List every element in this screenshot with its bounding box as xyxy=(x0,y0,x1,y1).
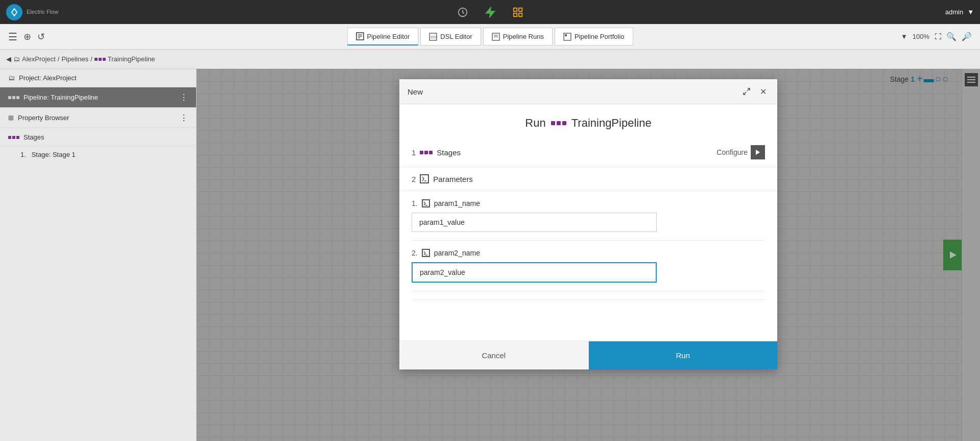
svg-point-0 xyxy=(8,6,21,18)
breadcrumb-sep2: / xyxy=(90,55,92,63)
modal-section-parameters: 2 Parameters xyxy=(399,167,777,191)
tab-pipeline-runs-label: Pipeline Runs xyxy=(503,33,544,40)
tab-pipeline-editor-label: Pipeline Editor xyxy=(367,33,410,40)
toolbar-left-buttons: ☰ ⊕ ↺ xyxy=(8,31,45,43)
sidebar-pipeline-menu-icon[interactable]: ⋮ xyxy=(180,92,188,102)
breadcrumb-training-pipeline[interactable]: TrainingPipeline xyxy=(108,55,155,63)
configure-button[interactable]: Configure xyxy=(716,145,765,159)
zoom-level: 100% xyxy=(913,33,929,40)
refresh-icon-button[interactable]: ↺ xyxy=(37,31,45,42)
breadcrumb-pipelines[interactable]: Pipelines xyxy=(61,55,88,63)
sidebar-property-browser-menu-icon[interactable]: ⋮ xyxy=(180,113,188,123)
params-bottom-divider xyxy=(412,299,765,341)
app-name: Electric Flow xyxy=(27,9,58,15)
param2-icon xyxy=(422,249,430,257)
tab-pipeline-editor[interactable]: Pipeline Editor xyxy=(347,28,419,45)
parameters-list: 1. param1_name 2. xyxy=(399,191,777,341)
zoom-out-button[interactable]: 🔎 xyxy=(962,32,972,41)
modal-footer: Cancel Run xyxy=(399,341,777,369)
stage1-label: Stage: Stage 1 xyxy=(32,151,76,158)
parameters-section-icon xyxy=(420,174,429,183)
param2-value-input[interactable] xyxy=(412,262,657,283)
modal-header-buttons: ✕ xyxy=(740,85,769,98)
modal-pipeline-name: TrainingPipeline xyxy=(571,117,652,130)
stages-section-text: Stages xyxy=(437,148,461,157)
svg-rect-17 xyxy=(565,34,567,36)
breadcrumb: ◀ 🗂 AlexProject / Pipelines / TrainingPi… xyxy=(0,50,980,69)
user-chevron-icon: ▼ xyxy=(967,8,974,16)
app-logo[interactable]: Electric Flow xyxy=(6,4,58,20)
modal-pipeline-icon xyxy=(551,121,566,125)
toolbar-tabs: Pipeline Editor DSL DSL Editor Pipeline … xyxy=(347,28,633,45)
sidebar-stages-label: Stages xyxy=(23,133,44,141)
lightning-icon-button[interactable] xyxy=(482,4,499,21)
breadcrumb-pipeline-icon xyxy=(94,58,106,61)
modal-expand-button[interactable] xyxy=(740,85,753,98)
breadcrumb-sep1: / xyxy=(58,55,60,63)
sidebar-item-property-browser[interactable]: ⊞ Property Browser ⋮ xyxy=(0,108,196,128)
sidebar-pipeline-label: Pipeline: TrainingPipeline xyxy=(23,94,98,101)
sidebar-project-label: Project: AlexProject xyxy=(19,74,77,82)
svg-rect-3 xyxy=(513,8,516,11)
main-toolbar: ☰ ⊕ ↺ Pipeline Editor DSL DSL Editor Pip… xyxy=(0,24,980,50)
parameters-section-label: 2 Parameters xyxy=(412,174,473,183)
briefcase-icon: 🗂 xyxy=(8,74,15,82)
sidebar-stage1[interactable]: 1. Stage: Stage 1 xyxy=(0,147,196,163)
param-row-1: 1. param1_name xyxy=(412,191,765,241)
stages-section-label: 1 Stages xyxy=(412,148,461,157)
stage1-num: 1. xyxy=(20,151,26,158)
svg-marker-24 xyxy=(756,150,760,155)
run-button[interactable]: Run xyxy=(589,341,778,369)
param-row-2: 2. param2_name xyxy=(412,241,765,291)
main-content-area: 🗂 Project: AlexProject Pipeline: Trainin… xyxy=(0,69,980,441)
param1-icon xyxy=(422,199,430,207)
zoom-dropdown[interactable]: ▼ xyxy=(901,33,907,40)
breadcrumb-project[interactable]: AlexProject xyxy=(22,55,56,63)
tab-pipeline-runs[interactable]: Pipeline Runs xyxy=(483,28,553,45)
pipeline-canvas: Stage 1 +▬○○ New xyxy=(197,69,980,441)
user-name: admin xyxy=(945,8,963,16)
sidebar-item-project[interactable]: 🗂 Project: AlexProject xyxy=(0,69,196,87)
sidebar-property-browser-label: Property Browser xyxy=(18,114,69,122)
svg-rect-5 xyxy=(513,13,516,16)
stages-icon xyxy=(8,136,19,139)
tab-pipeline-portfolio-label: Pipeline Portfolio xyxy=(575,33,625,40)
modal-section-stages: 1 Stages Configure xyxy=(399,138,777,167)
svg-rect-4 xyxy=(518,8,521,11)
param1-name: param1_name xyxy=(434,199,480,207)
modal-title: New xyxy=(408,87,423,96)
param2-label: 2. param2_name xyxy=(412,249,765,257)
tab-dsl-editor-label: DSL Editor xyxy=(440,33,472,40)
modal-run-title: Run TrainingPipeline xyxy=(399,104,777,138)
table-icon: ⊞ xyxy=(8,114,14,122)
user-menu[interactable]: admin ▼ xyxy=(945,8,974,16)
sidebar-item-stages[interactable]: Stages xyxy=(0,128,196,147)
fullscreen-icon-button[interactable]: ⛶ xyxy=(935,33,941,40)
param1-value-input[interactable] xyxy=(412,213,657,232)
breadcrumb-back-icon[interactable]: ◀ xyxy=(6,55,11,63)
cancel-button[interactable]: Cancel xyxy=(399,341,589,369)
top-nav-center-icons xyxy=(454,4,527,21)
top-navigation: Electric Flow admin ▼ xyxy=(0,0,980,24)
target-icon-button[interactable]: ⊕ xyxy=(23,31,31,42)
svg-text:DSL: DSL xyxy=(431,35,437,39)
configure-arrow-icon xyxy=(751,145,765,159)
breadcrumb-project-icon: 🗂 xyxy=(13,55,20,63)
modal-close-button[interactable]: ✕ xyxy=(757,85,769,98)
logo-icon xyxy=(6,4,22,20)
sidebar-item-pipeline[interactable]: Pipeline: TrainingPipeline ⋮ xyxy=(0,87,196,108)
svg-marker-2 xyxy=(486,7,494,16)
parameters-section-text: Parameters xyxy=(433,175,473,183)
tab-pipeline-portfolio[interactable]: Pipeline Portfolio xyxy=(555,28,633,45)
tab-dsl-editor[interactable]: DSL DSL Editor xyxy=(420,28,481,45)
svg-rect-6 xyxy=(518,13,521,16)
zoom-in-button[interactable]: 🔍 xyxy=(946,32,957,41)
hamburger-menu-button[interactable]: ☰ xyxy=(8,31,17,43)
modal-header: New ✕ xyxy=(399,79,777,104)
pipeline-icon xyxy=(8,96,19,99)
clock-icon-button[interactable] xyxy=(454,4,471,21)
modal-overlay: New ✕ Run xyxy=(197,69,980,441)
grid-icon-button[interactable] xyxy=(509,4,527,21)
configure-text: Configure xyxy=(716,148,748,156)
modal-body: Run TrainingPipeline 1 Stages xyxy=(399,104,777,341)
